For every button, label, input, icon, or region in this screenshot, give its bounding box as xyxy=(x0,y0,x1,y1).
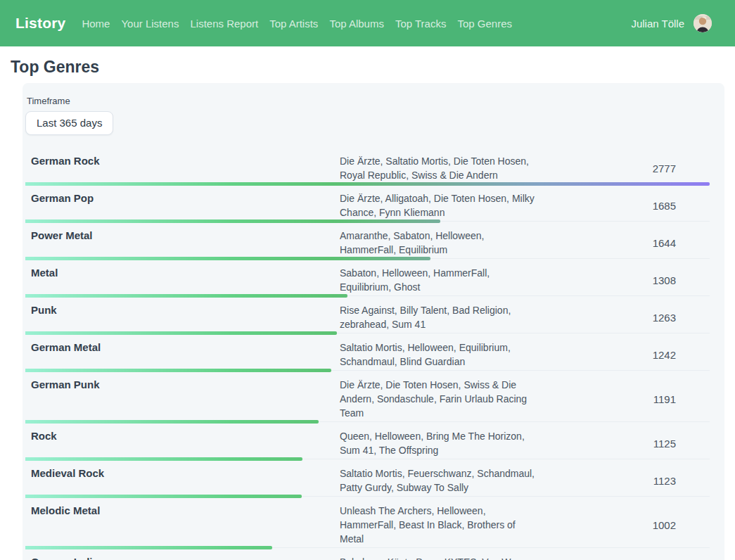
genres-table: German Rock Die Ärzte, Saltatio Mortis, … xyxy=(25,149,710,560)
app-logo[interactable]: Listory xyxy=(15,15,65,32)
main-nav: Home Your Listens Listens Report Top Art… xyxy=(82,18,512,30)
user-avatar[interactable] xyxy=(694,14,712,32)
genre-name: German Punk xyxy=(25,378,340,420)
genre-count: 1685 xyxy=(537,200,710,212)
page-title: Top Genres xyxy=(11,58,735,77)
genre-count: 1263 xyxy=(537,312,710,324)
genre-count: 1242 xyxy=(537,349,710,361)
nav-item-top-artists[interactable]: Top Artists xyxy=(269,18,318,30)
timeframe-filter: Timeframe Last 365 days xyxy=(25,96,724,135)
genre-count: 1123 xyxy=(537,475,710,487)
genre-name: Rock xyxy=(25,429,340,457)
genre-name: Metal xyxy=(25,266,340,294)
genre-bar xyxy=(25,294,347,298)
nav-item-home[interactable]: Home xyxy=(82,18,110,30)
genre-name: Melodic Metal xyxy=(25,504,340,546)
genre-artists: Die Ärzte, Alligatoah, Die Toten Hosen, … xyxy=(340,191,537,219)
genre-row: Melodic Metal Unleash The Archers, Hello… xyxy=(25,499,710,550)
timeframe-label: Timeframe xyxy=(27,96,724,106)
genre-bar xyxy=(25,495,302,498)
nav-item-your-listens[interactable]: Your Listens xyxy=(121,18,179,30)
genre-bar xyxy=(25,369,331,372)
genre-row: German Pop Die Ärzte, Alligatoah, Die To… xyxy=(25,186,710,224)
genre-row: German Punk Die Ärzte, Die Toten Hosen, … xyxy=(25,373,710,424)
navbar-user-area: Julian Tölle xyxy=(631,14,712,32)
genre-artists: Saltatio Mortis, Feuerschwanz, Schandmau… xyxy=(340,466,537,495)
genre-bar xyxy=(25,420,319,424)
user-name[interactable]: Julian Tölle xyxy=(631,18,684,30)
genre-row: Medieval Rock Saltatio Mortis, Feuerschw… xyxy=(25,462,710,499)
top-navbar: Listory Home Your Listens Listens Report… xyxy=(0,0,735,46)
nav-item-listens-report[interactable]: Listens Report xyxy=(190,18,258,30)
genre-row: Punk Rise Against, Billy Talent, Bad Rel… xyxy=(25,298,710,336)
genre-bar xyxy=(25,331,337,335)
genre-artists: Amaranthe, Sabaton, Helloween, HammerFal… xyxy=(340,229,537,257)
genre-name: German Indie xyxy=(25,555,340,560)
genre-name: German Pop xyxy=(25,191,340,219)
genre-artists: Die Ärzte, Die Toten Hosen, Swiss & Die … xyxy=(340,378,537,420)
genre-artists: Sabaton, Helloween, HammerFall, Equilibr… xyxy=(340,266,537,294)
genre-name: Medieval Rock xyxy=(25,466,340,495)
genre-name: German Rock xyxy=(25,154,340,182)
genre-bar xyxy=(25,219,440,223)
genre-artists: Saltatio Mortis, Helloween, Equilibrium,… xyxy=(340,341,537,369)
genre-name: Power Metal xyxy=(25,229,340,257)
genre-artists: Queen, Helloween, Bring Me The Horizon, … xyxy=(340,429,537,457)
genre-count: 1308 xyxy=(537,274,710,286)
user-avatar-image xyxy=(694,14,712,32)
top-genres-card: Timeframe Last 365 days German Rock Die … xyxy=(23,83,724,560)
timeframe-select[interactable]: Last 365 days xyxy=(25,111,113,135)
genre-row: German Rock Die Ärzte, Saltatio Mortis, … xyxy=(25,149,710,186)
genre-count: 1125 xyxy=(537,438,710,450)
genre-name: German Metal xyxy=(25,341,340,369)
genre-count: 1191 xyxy=(537,393,710,405)
genre-row: Power Metal Amaranthe, Sabaton, Hellowee… xyxy=(25,224,710,261)
genre-bar xyxy=(25,457,302,461)
genre-artists: Bukahara, Käptn Peng, KYTES, Von Wegen L… xyxy=(340,555,537,560)
genre-artists: Unleash The Archers, Helloween, HammerFa… xyxy=(340,504,537,546)
genre-bar xyxy=(25,257,430,260)
genre-count: 1002 xyxy=(537,519,710,531)
genre-row: German Metal Saltatio Mortis, Helloween,… xyxy=(25,336,710,373)
genre-bar xyxy=(25,182,710,186)
genre-bar xyxy=(25,546,272,549)
genre-row: Metal Sabaton, Helloween, HammerFall, Eq… xyxy=(25,261,710,298)
genre-artists: Rise Against, Billy Talent, Bad Religion… xyxy=(340,303,537,331)
nav-item-top-tracks[interactable]: Top Tracks xyxy=(395,18,447,30)
nav-item-top-genres[interactable]: Top Genres xyxy=(457,18,512,30)
genre-count: 1644 xyxy=(537,237,710,249)
genre-name: Punk xyxy=(25,303,340,331)
genre-count: 2777 xyxy=(537,163,710,174)
genre-artists: Die Ärzte, Saltatio Mortis, Die Toten Ho… xyxy=(340,154,537,182)
nav-item-top-albums[interactable]: Top Albums xyxy=(329,18,384,30)
genre-row: German Indie Bukahara, Käptn Peng, KYTES… xyxy=(25,550,710,560)
genre-row: Rock Queen, Helloween, Bring Me The Hori… xyxy=(25,424,710,462)
